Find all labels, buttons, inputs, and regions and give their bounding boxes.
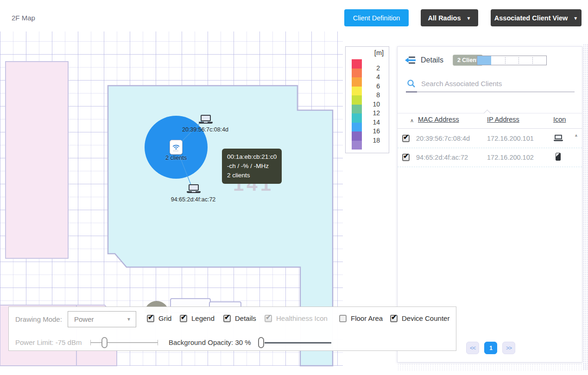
legend-swatch — [352, 113, 362, 123]
cell-ip: 172.16.200.101 — [487, 135, 534, 142]
check-icon: ✔ — [391, 313, 397, 321]
legend-swatch — [352, 131, 362, 141]
legend-swatch — [352, 105, 362, 114]
check-icon: ✔ — [266, 313, 272, 321]
column-ip-address[interactable]: IP Address — [487, 116, 519, 123]
legend-swatch — [352, 141, 362, 150]
app-window: 2F Map Client Definition All Radios▼ Ass… — [0, 0, 588, 375]
tooltip-radio-info: -ch / -% / -MHz — [227, 162, 277, 171]
legend-swatch — [352, 95, 362, 105]
chevron-down-icon: ▼ — [467, 16, 471, 21]
check-icon: ✔ — [403, 133, 409, 141]
legend-swatch — [352, 69, 362, 78]
legend-swatch — [352, 77, 362, 87]
distance-legend: [m] 2 4 6 8 10 12 14 16 18 — [345, 46, 389, 153]
legend-swatch — [352, 87, 362, 96]
legend-swatches — [352, 59, 362, 150]
column-mac-address[interactable]: MAC Address — [418, 116, 459, 123]
map-control-bar: Drawing Mode: Power ▼ ✔ Grid ✔ Legend ✔ … — [8, 306, 456, 351]
client-table-header: ∧ MAC Address IP Address Icon — [398, 116, 582, 128]
row-checkbox[interactable]: ✔ — [402, 135, 410, 142]
panel-shadow-texture — [397, 363, 588, 370]
check-icon: ✔ — [181, 313, 187, 321]
search-associated-clients-input[interactable] — [421, 80, 560, 88]
tooltip-mac: 00:1a:eb:cb:21:c0 — [227, 152, 277, 162]
checkbox-grid[interactable]: ✔ Grid — [147, 314, 171, 322]
page-title: 2F Map — [12, 14, 35, 22]
client-mac-label: 94:65:2d:4f:ac:72 — [161, 196, 226, 203]
client-laptop-icon[interactable] — [199, 115, 213, 124]
row-checkbox[interactable]: ✔ — [402, 154, 410, 161]
search-icon — [407, 79, 416, 88]
associated-client-view-dropdown[interactable]: Associated Client View▼ — [491, 9, 582, 26]
checkbox-floor-area[interactable]: Floor Area — [339, 314, 383, 322]
cell-mac: 94:65:2d:4f:ac:72 — [416, 154, 468, 161]
scroll-up-icon[interactable]: ▲ — [574, 133, 578, 138]
checkbox-legend[interactable]: ✔ Legend — [180, 314, 215, 322]
collapse-panel-icon[interactable] — [404, 56, 416, 64]
check-icon: ✔ — [224, 313, 230, 321]
client-table-row[interactable]: ✔ 20:39:56:7c:08:4d 172.16.200.101 — [398, 129, 582, 148]
column-icon[interactable]: Icon — [553, 116, 566, 123]
cell-ip: 172.16.200.102 — [487, 154, 534, 161]
background-opacity-slider-track[interactable] — [265, 342, 331, 344]
client-laptop-icon[interactable] — [187, 184, 201, 193]
sort-ascending-icon[interactable]: ∧ — [410, 118, 414, 124]
power-limit-slider-thumb[interactable] — [101, 337, 107, 348]
panel-title: Details — [421, 56, 443, 64]
pagination-page-1[interactable]: 1 — [484, 342, 497, 354]
drawing-mode-label: Drawing Mode: — [15, 315, 62, 323]
legend-unit-label: [m] — [374, 49, 384, 56]
ap-tooltip: 00:1a:eb:cb:21:c0 -ch / -% / -MHz 2 clie… — [222, 149, 282, 184]
client-capacity-fill — [477, 56, 491, 65]
client-table-row[interactable]: ✔ 94:65:2d:4f:ac:72 172.16.200.102 — [398, 148, 582, 167]
page-edge-texture — [583, 44, 588, 370]
laptop-icon — [554, 135, 563, 141]
client-capacity-bar — [477, 56, 547, 65]
drawing-mode-select[interactable]: Power ▼ — [68, 311, 136, 327]
wifi-icon — [171, 142, 181, 152]
chevron-down-icon: ▼ — [126, 317, 131, 322]
check-icon: ✔ — [403, 152, 409, 160]
checkbox-healthiness-icon: ✔ Healthiness Icon — [265, 314, 328, 322]
pagination-next-button[interactable]: >> — [502, 342, 515, 354]
check-icon: ✔ — [148, 313, 154, 321]
tooltip-client-count: 2 clients — [227, 171, 277, 180]
legend-swatch — [352, 123, 362, 132]
background-opacity-label: Background Opacity: 30 % — [169, 338, 251, 346]
power-limit-slider-track[interactable] — [90, 342, 158, 343]
legend-ticks: 2 4 6 8 10 12 14 16 18 — [367, 64, 380, 145]
power-limit-label: Power Limit: -75 dBm — [15, 338, 82, 346]
checkbox-details[interactable]: ✔ Details — [223, 314, 256, 322]
ap-client-count-label: 2 clients — [144, 155, 209, 161]
search-underline — [406, 92, 575, 92]
background-opacity-slider-thumb[interactable] — [258, 337, 264, 348]
checkbox-device-counter[interactable]: ✔ Device Counter — [390, 314, 449, 322]
all-radios-dropdown[interactable]: All Radios▼ — [421, 9, 478, 26]
client-definition-button[interactable]: Client Definition — [344, 9, 409, 26]
phone-icon — [556, 153, 561, 161]
legend-swatch — [352, 59, 362, 69]
pagination-prev-button[interactable]: << — [466, 342, 479, 354]
client-mac-label: 20:39:56:7c:08:4d — [173, 126, 238, 133]
chevron-down-icon: ▼ — [573, 16, 578, 21]
pagination: << 1 >> — [466, 342, 515, 354]
drawing-mode-value: Power — [74, 315, 94, 323]
cell-mac: 20:39:56:7c:08:4d — [416, 135, 470, 142]
access-point-icon[interactable] — [170, 140, 183, 155]
